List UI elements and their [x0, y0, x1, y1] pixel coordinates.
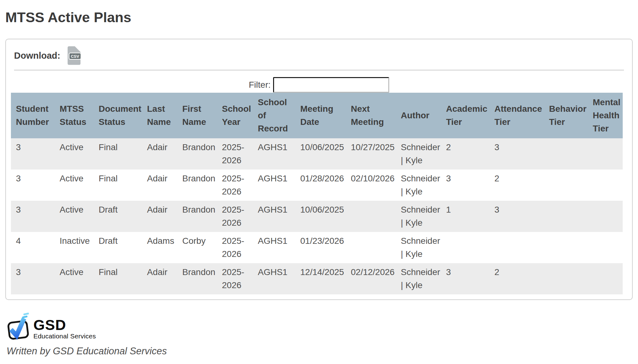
table-cell	[588, 263, 623, 294]
table-cell: Final	[94, 263, 142, 294]
column-header-student-number[interactable]: Student Number	[11, 93, 55, 138]
table-cell: Schneider | Kyle	[396, 232, 441, 263]
checkmark-box-icon	[7, 311, 32, 341]
table-cell: 01/28/2026	[295, 170, 346, 201]
table-cell: Final	[94, 138, 142, 170]
table-cell: 2	[441, 138, 489, 170]
table-cell: Schneider | Kyle	[396, 201, 441, 232]
table-cell: AGHS1	[253, 138, 295, 170]
filter-label: Filter:	[249, 80, 271, 90]
logo-name: GSD	[33, 318, 96, 332]
table-cell: AGHS1	[253, 263, 295, 294]
column-header-document-status[interactable]: Document Status	[94, 93, 142, 138]
column-header-school-of-record[interactable]: School of Record	[253, 93, 295, 138]
column-header-behavior-tier[interactable]: Behavior Tier	[544, 93, 588, 138]
table-cell: 10/06/2025	[295, 138, 346, 170]
table-cell: Schneider | Kyle	[396, 138, 441, 170]
table-row: 3ActiveDraftAdairBrandon2025-2026AGHS110…	[11, 201, 623, 232]
table-cell: Adair	[142, 263, 177, 294]
table-cell: Corby	[177, 232, 217, 263]
filter-row: Filter:	[11, 77, 627, 93]
table-cell: Active	[55, 170, 94, 201]
column-header-first-name[interactable]: First Name	[177, 93, 217, 138]
table-cell: 02/12/2026	[346, 263, 396, 294]
table-cell	[588, 232, 623, 263]
table-cell	[544, 201, 588, 232]
logo-text: GSD Educational Services	[33, 318, 96, 341]
table-cell: Brandon	[177, 170, 217, 201]
table-cell: 10/06/2025	[295, 201, 346, 232]
page: MTSS Active Plans Download: CSV Filter:	[0, 9, 638, 364]
table-cell: AGHS1	[253, 170, 295, 201]
table-cell: 3	[11, 201, 55, 232]
column-header-attendance-tier[interactable]: Attendance Tier	[489, 93, 544, 138]
table-cell	[588, 201, 623, 232]
table-cell: 2	[489, 170, 544, 201]
column-header-next-meeting[interactable]: Next Meeting	[346, 93, 396, 138]
table-cell: AGHS1	[253, 232, 295, 263]
column-header-meeting-date[interactable]: Meeting Date	[295, 93, 346, 138]
table-cell: 10/27/2025	[346, 138, 396, 170]
table-cell	[441, 232, 489, 263]
download-label: Download:	[14, 51, 60, 61]
table-cell: 2025-2026	[217, 232, 253, 263]
filter-input[interactable]	[273, 77, 389, 93]
table-cell: Schneider | Kyle	[396, 170, 441, 201]
table-cell: 3	[11, 170, 55, 201]
mtss-plans-table: Student NumberMTSS StatusDocument Status…	[11, 93, 623, 294]
table-cell: 2	[489, 263, 544, 294]
table-row: 3ActiveFinalAdairBrandon2025-2026AGHS112…	[11, 263, 623, 294]
table-cell: 2025-2026	[217, 263, 253, 294]
table-cell: Draft	[94, 201, 142, 232]
column-header-academic-tier[interactable]: Academic Tier	[441, 93, 489, 138]
download-row: Download: CSV	[14, 46, 627, 66]
table-cell: 2025-2026	[217, 138, 253, 170]
table-cell: 02/10/2026	[346, 170, 396, 201]
footer: GSD Educational Services Written by GSD …	[7, 311, 638, 364]
table-cell	[544, 170, 588, 201]
table-cell: Brandon	[177, 201, 217, 232]
logo-subtitle: Educational Services	[33, 332, 96, 340]
table-cell: AGHS1	[253, 201, 295, 232]
table-cell: Draft	[94, 232, 142, 263]
table-cell: 4	[11, 232, 55, 263]
table-cell: 2025-2026	[217, 201, 253, 232]
table-header: Student NumberMTSS StatusDocument Status…	[11, 93, 623, 138]
column-header-mental-health-tier[interactable]: Mental Health Tier	[588, 93, 623, 138]
table-cell: Final	[94, 170, 142, 201]
table-cell	[489, 232, 544, 263]
column-header-school-year[interactable]: School Year	[217, 93, 253, 138]
page-title: MTSS Active Plans	[5, 9, 638, 26]
column-header-author[interactable]: Author	[396, 93, 441, 138]
table-row: 3ActiveFinalAdairBrandon2025-2026AGHS110…	[11, 138, 623, 170]
table-cell: Adair	[142, 170, 177, 201]
table-cell: Active	[55, 201, 94, 232]
table-cell	[544, 263, 588, 294]
table-cell: 3	[441, 263, 489, 294]
footer-note: Written by GSD Educational Services	[7, 346, 638, 357]
table-cell: Brandon	[177, 138, 217, 170]
table-cell: Adair	[142, 138, 177, 170]
table-cell: 3	[489, 201, 544, 232]
column-header-last-name[interactable]: Last Name	[142, 93, 177, 138]
table-cell	[588, 170, 623, 201]
csv-download-icon[interactable]: CSV	[65, 46, 82, 66]
gsd-logo: GSD Educational Services	[7, 311, 638, 341]
table-cell: 01/23/2026	[295, 232, 346, 263]
table-cell: Active	[55, 138, 94, 170]
column-header-mtss-status[interactable]: MTSS Status	[55, 93, 94, 138]
table-cell: Inactive	[55, 232, 94, 263]
table-cell: 3	[11, 263, 55, 294]
table-cell	[544, 232, 588, 263]
table-row: 4InactiveDraftAdamsCorby2025-2026AGHS101…	[11, 232, 623, 263]
table-cell: Schneider | Kyle	[396, 263, 441, 294]
table-cell: 1	[441, 201, 489, 232]
report-panel: Download: CSV Filter: Student NumberMTSS…	[5, 39, 633, 300]
table-cell: Adair	[142, 201, 177, 232]
table-row: 3ActiveFinalAdairBrandon2025-2026AGHS101…	[11, 170, 623, 201]
table-cell: 3	[11, 138, 55, 170]
table-cell	[346, 232, 396, 263]
table-cell: 2025-2026	[217, 170, 253, 201]
table-cell: 12/14/2025	[295, 263, 346, 294]
table-cell: Active	[55, 263, 94, 294]
